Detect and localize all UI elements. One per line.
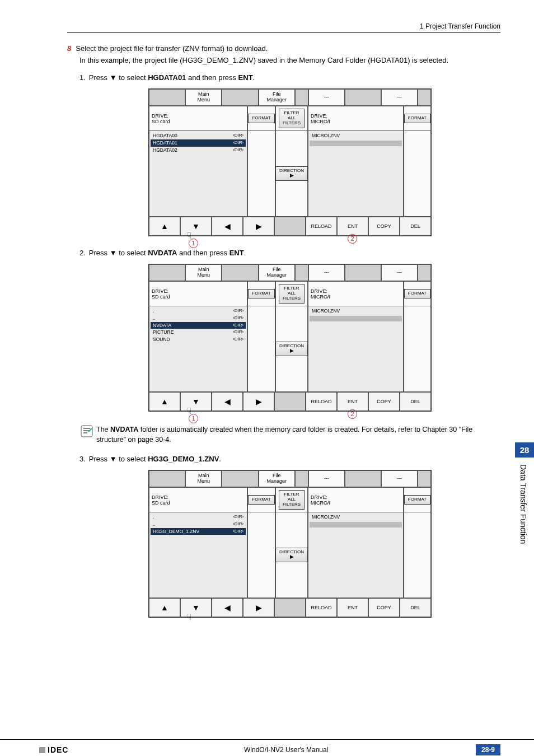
file-row[interactable]: HGDATA02‹DIR› (151, 147, 246, 154)
top-dashes: --- (381, 89, 418, 106)
right-button[interactable]: ▶ (243, 598, 274, 617)
copy-button[interactable]: COPY (368, 392, 400, 411)
del-button[interactable]: DEL (400, 598, 431, 617)
file-manager-button[interactable]: File Manager (259, 89, 295, 106)
top-blank (149, 264, 185, 281)
ent-button[interactable]: ENT2 (337, 217, 368, 236)
file-list-right: MICROI.ZNV (308, 131, 403, 216)
hmi-panel: Main Menu File Manager --- --- DRIVE:SD … (148, 88, 432, 236)
up-button[interactable]: ▲ (149, 598, 180, 617)
file-row[interactable]: .‹DIR› (151, 514, 246, 521)
format-button[interactable]: FORMAT (248, 289, 274, 298)
step-number: 8 (67, 44, 71, 53)
format-button[interactable]: FORMAT (404, 495, 430, 505)
chapter-tab-label: Data Transfer Function (515, 458, 532, 550)
right-button[interactable]: ▶ (243, 217, 274, 236)
left-button[interactable]: ◀ (212, 392, 243, 411)
left-button[interactable]: ◀ (212, 217, 243, 236)
direction-button[interactable]: DIRECTION▶ (275, 548, 308, 563)
file-row[interactable]: MICROI.ZNV (310, 132, 402, 139)
substep-3-num: 3. (79, 455, 86, 463)
note-box: The NVDATA folder is automatically creat… (79, 424, 500, 445)
down-button[interactable]: ▼☟ (180, 598, 212, 617)
main-menu-button[interactable]: Main Menu (185, 264, 222, 281)
top-blank (418, 89, 431, 106)
up-button[interactable]: ▲ (149, 392, 180, 411)
file-row[interactable]: SOUND‹DIR› (151, 336, 246, 343)
file-row[interactable]: HGDATA00‹DIR› (151, 132, 246, 139)
note-pre: The (96, 426, 110, 433)
file-list-right: MICROI.ZNV (308, 512, 403, 598)
file-manager-button[interactable]: File Manager (259, 264, 295, 281)
step-8-line2: In this example, the project file (HG3G_… (79, 56, 500, 64)
file-row[interactable]: ..‹DIR› (151, 315, 246, 322)
top-blank (222, 89, 258, 106)
brand-text: IDEC (48, 745, 68, 754)
substep-1-post: . (253, 73, 255, 82)
filter-button[interactable]: FILTER ALL FILTERS (279, 284, 305, 303)
substep-2: 2.Press ▼ to select NVDATA and then pres… (79, 249, 500, 412)
file-row[interactable]: PICTURE‹DIR› (151, 329, 246, 336)
up-button[interactable]: ▲ (149, 217, 180, 236)
del-button[interactable]: DEL (400, 217, 431, 236)
step-8: 8Select the project file for transfer (Z… (67, 44, 500, 53)
filter-button[interactable]: FILTER ALL FILTERS (279, 109, 305, 128)
step-8-line1: Select the project file for transfer (ZN… (76, 44, 268, 53)
note-icon (79, 424, 96, 445)
format-button[interactable]: FORMAT (404, 114, 430, 123)
file-row[interactable]: HGDATA01‹DIR› (151, 139, 246, 147)
file-list-right: MICROI.ZNV (308, 306, 403, 391)
main-menu-button[interactable]: Main Menu (185, 470, 222, 487)
svg-rect-0 (81, 426, 92, 437)
top-dashes: --- (308, 89, 345, 106)
note-bold: NVDATA (110, 426, 138, 433)
drive-info-left: DRIVE:SD card (149, 282, 247, 306)
brand-logo: IDEC (6, 745, 68, 754)
reload-button[interactable]: RELOAD (306, 392, 337, 411)
substep-1-pre: Press ▼ to select (89, 73, 148, 82)
footer-page-number: 28-9 (476, 744, 500, 755)
left-button[interactable]: ◀ (212, 598, 243, 617)
file-row[interactable]: HG3G_DEMO_1.ZNV‹DIR› (151, 528, 246, 535)
filter-button[interactable]: FILTER ALL FILTERS (279, 490, 305, 509)
file-row[interactable]: NVDATA‹DIR› (151, 322, 246, 329)
top-blank (418, 264, 431, 281)
blank-button (274, 217, 306, 236)
hmi-panel: Main Menu File Manager --- --- DRIVE:SD … (148, 264, 432, 412)
substep-2-mid: and then press (177, 249, 229, 257)
substep-2-pre: Press ▼ to select (89, 249, 148, 257)
top-blank (295, 89, 308, 106)
main-menu-button[interactable]: Main Menu (185, 89, 222, 106)
file-row[interactable]: ..‹DIR› (151, 521, 246, 528)
format-button[interactable]: FORMAT (404, 289, 430, 298)
top-blank (295, 264, 308, 281)
file-manager-button[interactable]: File Manager (259, 470, 295, 487)
direction-button[interactable]: DIRECTION▶ (275, 166, 308, 181)
direction-button[interactable]: DIRECTION▶ (275, 342, 308, 357)
copy-button[interactable]: COPY (368, 598, 400, 617)
reload-button[interactable]: RELOAD (306, 598, 337, 617)
substep-2-num: 2. (79, 249, 86, 257)
ent-button[interactable]: ENT (337, 598, 368, 617)
file-row[interactable]: MICROI.ZNV (310, 307, 402, 315)
file-row[interactable]: .‹DIR› (151, 307, 246, 315)
top-blank (149, 470, 185, 487)
del-button[interactable]: DEL (400, 392, 431, 411)
ent-button[interactable]: ENT2 (337, 392, 368, 411)
file-row[interactable]: MICROI.ZNV (310, 514, 402, 521)
footer-title: WindO/I-NV2 User's Manual (244, 746, 328, 754)
top-dashes: --- (381, 470, 418, 487)
substep-3-bold1: HG3G_DEMO_1.ZNV (148, 455, 219, 463)
file-list-left: .‹DIR›..‹DIR›NVDATA‹DIR›PICTURE‹DIR›SOUN… (149, 306, 247, 391)
substep-1-bold2: ENT (238, 73, 253, 82)
copy-button[interactable]: COPY (368, 217, 400, 236)
down-button[interactable]: ▼☟1 (180, 217, 212, 236)
file-list-left: HGDATA00‹DIR›HGDATA01‹DIR›HGDATA02‹DIR› (149, 131, 247, 216)
drive-info-right: DRIVE:MICRO/I (308, 106, 403, 131)
substep-1-bold1: HGDATA01 (148, 73, 186, 82)
format-button[interactable]: FORMAT (248, 495, 274, 505)
format-button[interactable]: FORMAT (248, 114, 274, 123)
down-button[interactable]: ▼☟1 (180, 392, 212, 411)
reload-button[interactable]: RELOAD (306, 217, 337, 236)
right-button[interactable]: ▶ (243, 392, 274, 411)
